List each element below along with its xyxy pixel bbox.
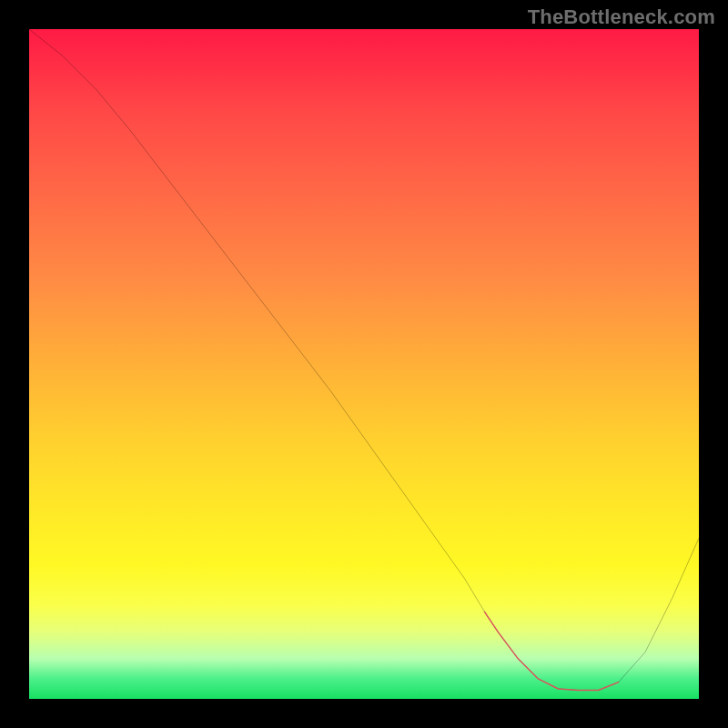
chart-canvas: TheBottleneck.com — [0, 0, 728, 728]
watermark-text: TheBottleneck.com — [528, 5, 715, 29]
curve-layer — [29, 29, 699, 699]
plot-area — [29, 29, 699, 699]
highlight-curve — [484, 612, 618, 690]
main-curve — [29, 29, 699, 690]
